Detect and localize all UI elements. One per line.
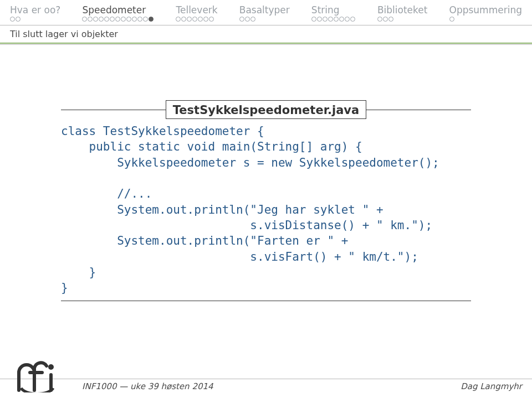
progress-dot — [239, 17, 244, 22]
title-rule-left — [61, 110, 166, 110]
code-filename: TestSykkelspeedometer.java — [166, 100, 366, 119]
progress-dot — [88, 17, 93, 22]
progress-dot — [323, 17, 328, 22]
progress-dot — [317, 17, 322, 22]
footer-right: Dag Langmyhr — [461, 381, 522, 391]
progress-dot — [115, 17, 120, 22]
nav-progress-dots — [239, 17, 256, 22]
nav-progress-dots — [82, 17, 154, 22]
progress-dot — [377, 17, 382, 22]
progress-dot — [137, 17, 142, 22]
progress-dot — [245, 17, 250, 22]
nav-item[interactable]: Oppsummering — [449, 4, 522, 22]
footer-left: INF1000 — uke 39 høsten 2014 — [82, 381, 213, 391]
code-bottom-rule — [61, 301, 471, 301]
code-title-row: TestSykkelspeedometer.java — [61, 100, 471, 119]
nav-item[interactable]: String — [311, 4, 356, 22]
progress-dot — [449, 17, 454, 22]
progress-dot — [383, 17, 388, 22]
progress-dot — [10, 17, 15, 22]
progress-dot — [16, 17, 21, 22]
nav-item[interactable]: Biblioteket — [377, 4, 428, 22]
progress-dot — [121, 17, 126, 22]
progress-dot — [176, 17, 181, 22]
nav-label: Basaltyper — [239, 4, 290, 15]
nav-label: Telleverk — [176, 4, 217, 15]
progress-dot — [203, 17, 208, 22]
title-rule-right — [366, 110, 471, 110]
nav-progress-dots — [176, 17, 214, 22]
nav-progress-dots — [10, 17, 21, 22]
nav-progress-dots — [377, 17, 394, 22]
progress-dot — [82, 17, 87, 22]
footer: INF1000 — uke 39 høsten 2014 Dag Langmyh… — [0, 356, 532, 398]
nav-label: Hva er oo? — [10, 4, 60, 15]
progress-dot — [345, 17, 350, 22]
progress-dot — [99, 17, 104, 22]
progress-dot — [192, 17, 197, 22]
nav-item[interactable]: Basaltyper — [239, 4, 290, 22]
top-nav: Hva er oo?SpeedometerTelleverkBasaltyper… — [0, 0, 532, 23]
nav-progress-dots — [449, 17, 455, 22]
nav-item[interactable]: Speedometer — [82, 4, 154, 22]
progress-dot — [143, 17, 148, 22]
nav-item[interactable]: Telleverk — [176, 4, 217, 22]
nav-label: Speedometer — [82, 4, 146, 15]
progress-dot — [328, 17, 333, 22]
main-content: TestSykkelspeedometer.java class TestSyk… — [0, 45, 532, 301]
progress-dot — [198, 17, 203, 22]
nav-progress-dots — [311, 17, 356, 22]
ifi-logo — [10, 356, 71, 392]
progress-dot — [181, 17, 186, 22]
progress-dot — [250, 17, 255, 22]
slide-subtitle: Til slutt lager vi objekter — [0, 25, 532, 42]
code-block: class TestSykkelspeedometer { public sta… — [61, 120, 471, 301]
progress-dot — [132, 17, 137, 22]
progress-dot — [110, 17, 115, 22]
progress-dot — [334, 17, 339, 22]
nav-label: String — [311, 4, 340, 15]
green-rule — [0, 43, 532, 44]
progress-dot — [126, 17, 131, 22]
nav-item[interactable]: Hva er oo? — [10, 4, 60, 22]
progress-dot — [311, 17, 316, 22]
progress-dot — [388, 17, 393, 22]
nav-label: Oppsummering — [449, 4, 522, 15]
progress-dot — [187, 17, 192, 22]
progress-dot — [93, 17, 98, 22]
progress-dot — [339, 17, 344, 22]
progress-dot — [149, 17, 154, 22]
progress-dot — [209, 17, 214, 22]
progress-dot — [350, 17, 355, 22]
progress-dot — [104, 17, 109, 22]
svg-point-0 — [48, 364, 54, 370]
nav-label: Biblioteket — [377, 4, 428, 15]
